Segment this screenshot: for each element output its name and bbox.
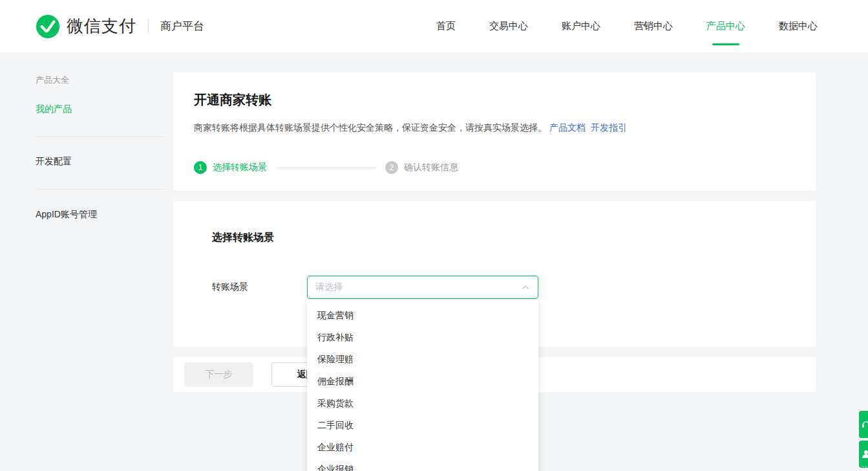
form-section-title: 选择转账场景	[212, 231, 777, 245]
dropdown-option-secondhand-recycle[interactable]: 二手回收	[307, 414, 538, 436]
headset-icon	[861, 419, 868, 430]
sidebar-item-dev-config[interactable]: 开发配置	[36, 156, 165, 168]
ellipsis-indicator: ...	[862, 459, 868, 469]
sidebar-item-my-products[interactable]: 我的产品	[36, 104, 165, 115]
transfer-scene-select[interactable]: 请选择	[307, 276, 538, 299]
step-confirm-info: 2 确认转账信息	[385, 161, 458, 174]
transfer-scene-field-row: 转账场景 请选择 现金营销 行政补贴 保险理赔 佣金报酬	[212, 276, 777, 299]
sidebar-divider	[36, 137, 165, 137]
nav-item-home[interactable]: 首页	[436, 0, 456, 52]
select-placeholder: 请选择	[315, 281, 521, 293]
nav-item-product-center[interactable]: 产品中心	[706, 0, 745, 52]
chevron-up-icon	[521, 283, 530, 292]
product-doc-link[interactable]: 产品文档	[549, 122, 586, 133]
wechat-pay-logo-icon	[36, 14, 60, 39]
sidebar-divider	[36, 189, 165, 190]
step-1-circle: 1	[194, 161, 207, 174]
nav-item-marketing-center[interactable]: 营销中心	[634, 0, 673, 52]
dropdown-option-enterprise-reimburse[interactable]: 企业报销	[307, 458, 538, 471]
transfer-scene-dropdown: 现金营销 行政补贴 保险理赔 佣金报酬 采购货款 二手回收 企业赔付 企业报销	[307, 300, 538, 471]
intro-description: 商家转账将根据具体转账场景提供个性化安全策略，保证资金安全，请按真实场景选择。产…	[194, 121, 795, 134]
brand-divider	[148, 19, 149, 34]
sidebar: 产品大全 我的产品 开发配置 AppID账号管理	[36, 72, 165, 392]
intro-card: 开通商家转账 商家转账将根据具体转账场景提供个性化安全策略，保证资金安全，请按真…	[173, 72, 816, 191]
sidebar-section-title: 产品大全	[36, 74, 165, 86]
step-select-scene: 1 选择转账场景	[194, 161, 267, 174]
dropdown-option-admin-subsidy[interactable]: 行政补贴	[307, 326, 538, 348]
nav-item-account-center[interactable]: 账户中心	[562, 0, 600, 52]
step-2-circle: 2	[385, 161, 398, 174]
top-bar: 微信支付 商户平台 首页 交易中心 账户中心 营销中心 产品中心 数据中心	[0, 0, 868, 52]
form-card: 选择转账场景 转账场景 请选择 现金营销 行政补贴 保险	[173, 201, 816, 347]
transfer-scene-select-wrap: 请选择 现金营销 行政补贴 保险理赔 佣金报酬 采购货款 二手回收	[307, 276, 538, 299]
brand: 微信支付 商户平台	[36, 14, 204, 39]
page: 微信支付 商户平台 首页 交易中心 账户中心 营销中心 产品中心 数据中心 产品…	[0, 0, 868, 471]
customer-service-button[interactable]	[859, 411, 868, 438]
top-nav: 首页 交易中心 账户中心 营销中心 产品中心 数据中心	[436, 0, 818, 52]
transfer-scene-label: 转账场景	[212, 281, 307, 293]
dev-guide-link[interactable]: 开发指引	[591, 122, 627, 133]
stepper: 1 选择转账场景 2 确认转账信息	[194, 161, 795, 174]
stepper-connector	[276, 168, 376, 168]
content: 产品大全 我的产品 开发配置 AppID账号管理 开通商家转账 商家转账将根据具…	[0, 52, 868, 392]
nav-item-data-center[interactable]: 数据中心	[779, 0, 818, 52]
next-step-button[interactable]: 下一步	[184, 362, 253, 387]
floating-buttons: ...	[859, 411, 868, 468]
dropdown-option-commission[interactable]: 佣金报酬	[307, 370, 538, 392]
step-2-label: 确认转账信息	[404, 162, 458, 173]
brand-name: 微信支付	[67, 15, 136, 38]
dropdown-option-procurement[interactable]: 采购货款	[307, 392, 538, 414]
dropdown-option-cash-marketing[interactable]: 现金营销	[307, 304, 538, 326]
person-icon	[861, 449, 868, 459]
sidebar-item-appid-management[interactable]: AppID账号管理	[36, 209, 165, 221]
dropdown-option-insurance-claim[interactable]: 保险理赔	[307, 348, 538, 370]
intro-description-text: 商家转账将根据具体转账场景提供个性化安全策略，保证资金安全，请按真实场景选择。	[194, 122, 547, 133]
brand-subtitle: 商户平台	[160, 19, 204, 34]
dropdown-option-enterprise-compensation[interactable]: 企业赔付	[307, 436, 538, 458]
page-title: 开通商家转账	[194, 91, 795, 109]
step-1-label: 选择转账场景	[213, 162, 267, 173]
nav-item-transaction-center[interactable]: 交易中心	[489, 0, 528, 52]
main-column: 开通商家转账 商家转账将根据具体转账场景提供个性化安全策略，保证资金安全，请按真…	[173, 72, 816, 392]
